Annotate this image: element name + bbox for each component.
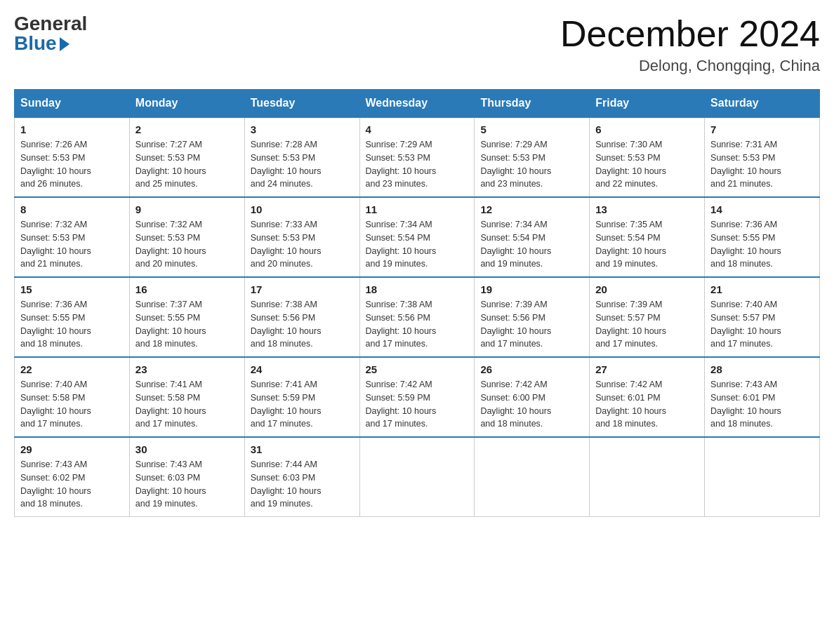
table-row: 4Sunrise: 7:29 AM Sunset: 5:53 PM Daylig… [359, 117, 475, 197]
table-row: 9Sunrise: 7:32 AM Sunset: 5:53 PM Daylig… [129, 197, 244, 277]
table-row: 22Sunrise: 7:40 AM Sunset: 5:58 PM Dayli… [15, 357, 130, 437]
day-number: 9 [135, 203, 239, 215]
table-row: 26Sunrise: 7:42 AM Sunset: 6:00 PM Dayli… [475, 357, 590, 437]
day-number: 19 [480, 283, 583, 295]
day-number: 29 [20, 443, 124, 455]
day-number: 12 [480, 203, 583, 215]
day-number: 28 [710, 363, 814, 375]
day-number: 5 [480, 123, 583, 135]
day-info: Sunrise: 7:39 AM Sunset: 5:57 PM Dayligh… [595, 298, 699, 351]
day-number: 27 [595, 363, 699, 375]
day-info: Sunrise: 7:42 AM Sunset: 5:59 PM Dayligh… [366, 378, 469, 431]
location-title: Delong, Chongqing, China [560, 57, 820, 75]
table-row [705, 437, 820, 517]
table-row: 15Sunrise: 7:36 AM Sunset: 5:55 PM Dayli… [15, 277, 130, 357]
day-number: 18 [366, 283, 469, 295]
weekday-header-friday: Friday [590, 90, 705, 118]
day-number: 11 [366, 203, 469, 215]
logo: General Blue [14, 14, 87, 53]
day-info: Sunrise: 7:34 AM Sunset: 5:54 PM Dayligh… [366, 218, 469, 271]
day-info: Sunrise: 7:40 AM Sunset: 5:58 PM Dayligh… [20, 378, 124, 431]
day-info: Sunrise: 7:38 AM Sunset: 5:56 PM Dayligh… [251, 298, 354, 351]
table-row: 24Sunrise: 7:41 AM Sunset: 5:59 PM Dayli… [244, 357, 359, 437]
day-info: Sunrise: 7:27 AM Sunset: 5:53 PM Dayligh… [135, 138, 239, 191]
day-info: Sunrise: 7:41 AM Sunset: 5:58 PM Dayligh… [135, 378, 239, 431]
day-number: 30 [135, 443, 239, 455]
table-row: 17Sunrise: 7:38 AM Sunset: 5:56 PM Dayli… [244, 277, 359, 357]
day-number: 10 [251, 203, 354, 215]
weekday-header-row: SundayMondayTuesdayWednesdayThursdayFrid… [15, 90, 820, 118]
table-row: 2Sunrise: 7:27 AM Sunset: 5:53 PM Daylig… [129, 117, 244, 197]
table-row: 16Sunrise: 7:37 AM Sunset: 5:55 PM Dayli… [129, 277, 244, 357]
table-row: 6Sunrise: 7:30 AM Sunset: 5:53 PM Daylig… [590, 117, 705, 197]
day-info: Sunrise: 7:41 AM Sunset: 5:59 PM Dayligh… [251, 378, 354, 431]
day-number: 24 [251, 363, 354, 375]
day-number: 2 [135, 123, 239, 135]
day-info: Sunrise: 7:36 AM Sunset: 5:55 PM Dayligh… [20, 298, 124, 351]
weekday-header-wednesday: Wednesday [359, 90, 475, 118]
day-info: Sunrise: 7:39 AM Sunset: 5:56 PM Dayligh… [480, 298, 583, 351]
day-number: 14 [710, 203, 814, 215]
day-number: 22 [20, 363, 124, 375]
table-row: 23Sunrise: 7:41 AM Sunset: 5:58 PM Dayli… [129, 357, 244, 437]
day-info: Sunrise: 7:32 AM Sunset: 5:53 PM Dayligh… [135, 218, 239, 271]
logo-general-text: General [14, 14, 87, 34]
day-info: Sunrise: 7:33 AM Sunset: 5:53 PM Dayligh… [251, 218, 354, 271]
table-row: 11Sunrise: 7:34 AM Sunset: 5:54 PM Dayli… [359, 197, 475, 277]
day-info: Sunrise: 7:30 AM Sunset: 5:53 PM Dayligh… [595, 138, 699, 191]
calendar-header: SundayMondayTuesdayWednesdayThursdayFrid… [15, 90, 820, 118]
day-number: 8 [20, 203, 124, 215]
day-info: Sunrise: 7:35 AM Sunset: 5:54 PM Dayligh… [595, 218, 699, 271]
table-row: 10Sunrise: 7:33 AM Sunset: 5:53 PM Dayli… [244, 197, 359, 277]
day-info: Sunrise: 7:44 AM Sunset: 6:03 PM Dayligh… [251, 458, 354, 511]
calendar-table: SundayMondayTuesdayWednesdayThursdayFrid… [14, 89, 820, 517]
table-row: 28Sunrise: 7:43 AM Sunset: 6:01 PM Dayli… [705, 357, 820, 437]
day-number: 4 [366, 123, 469, 135]
day-info: Sunrise: 7:26 AM Sunset: 5:53 PM Dayligh… [20, 138, 124, 191]
logo-blue-text: Blue [14, 34, 57, 53]
day-number: 15 [20, 283, 124, 295]
day-info: Sunrise: 7:32 AM Sunset: 5:53 PM Dayligh… [20, 218, 124, 271]
day-number: 3 [251, 123, 354, 135]
table-row: 12Sunrise: 7:34 AM Sunset: 5:54 PM Dayli… [475, 197, 590, 277]
table-row: 5Sunrise: 7:29 AM Sunset: 5:53 PM Daylig… [475, 117, 590, 197]
day-info: Sunrise: 7:38 AM Sunset: 5:56 PM Dayligh… [366, 298, 469, 351]
table-row [359, 437, 475, 517]
page-header: General Blue December 2024 Delong, Chong… [14, 14, 820, 75]
weekday-header-sunday: Sunday [15, 90, 130, 118]
weekday-header-monday: Monday [129, 90, 244, 118]
day-number: 26 [480, 363, 583, 375]
table-row: 19Sunrise: 7:39 AM Sunset: 5:56 PM Dayli… [475, 277, 590, 357]
calendar-week-3: 15Sunrise: 7:36 AM Sunset: 5:55 PM Dayli… [15, 277, 820, 357]
calendar-week-5: 29Sunrise: 7:43 AM Sunset: 6:02 PM Dayli… [15, 437, 820, 517]
day-number: 16 [135, 283, 239, 295]
calendar-week-4: 22Sunrise: 7:40 AM Sunset: 5:58 PM Dayli… [15, 357, 820, 437]
day-info: Sunrise: 7:42 AM Sunset: 6:00 PM Dayligh… [480, 378, 583, 431]
day-info: Sunrise: 7:36 AM Sunset: 5:55 PM Dayligh… [710, 218, 814, 271]
day-info: Sunrise: 7:40 AM Sunset: 5:57 PM Dayligh… [710, 298, 814, 351]
day-info: Sunrise: 7:37 AM Sunset: 5:55 PM Dayligh… [135, 298, 239, 351]
day-number: 17 [251, 283, 354, 295]
table-row: 27Sunrise: 7:42 AM Sunset: 6:01 PM Dayli… [590, 357, 705, 437]
month-title: December 2024 [560, 14, 820, 54]
weekday-header-thursday: Thursday [475, 90, 590, 118]
table-row: 8Sunrise: 7:32 AM Sunset: 5:53 PM Daylig… [15, 197, 130, 277]
weekday-header-saturday: Saturday [705, 90, 820, 118]
table-row: 1Sunrise: 7:26 AM Sunset: 5:53 PM Daylig… [15, 117, 130, 197]
day-info: Sunrise: 7:42 AM Sunset: 6:01 PM Dayligh… [595, 378, 699, 431]
table-row: 21Sunrise: 7:40 AM Sunset: 5:57 PM Dayli… [705, 277, 820, 357]
day-number: 31 [251, 443, 354, 455]
day-info: Sunrise: 7:43 AM Sunset: 6:01 PM Dayligh… [710, 378, 814, 431]
day-number: 7 [710, 123, 814, 135]
table-row: 29Sunrise: 7:43 AM Sunset: 6:02 PM Dayli… [15, 437, 130, 517]
table-row: 13Sunrise: 7:35 AM Sunset: 5:54 PM Dayli… [590, 197, 705, 277]
table-row: 30Sunrise: 7:43 AM Sunset: 6:03 PM Dayli… [129, 437, 244, 517]
day-info: Sunrise: 7:29 AM Sunset: 5:53 PM Dayligh… [480, 138, 583, 191]
table-row: 18Sunrise: 7:38 AM Sunset: 5:56 PM Dayli… [359, 277, 475, 357]
calendar-body: 1Sunrise: 7:26 AM Sunset: 5:53 PM Daylig… [15, 117, 820, 517]
day-number: 23 [135, 363, 239, 375]
day-number: 1 [20, 123, 124, 135]
day-info: Sunrise: 7:29 AM Sunset: 5:53 PM Dayligh… [366, 138, 469, 191]
table-row: 31Sunrise: 7:44 AM Sunset: 6:03 PM Dayli… [244, 437, 359, 517]
day-number: 6 [595, 123, 699, 135]
